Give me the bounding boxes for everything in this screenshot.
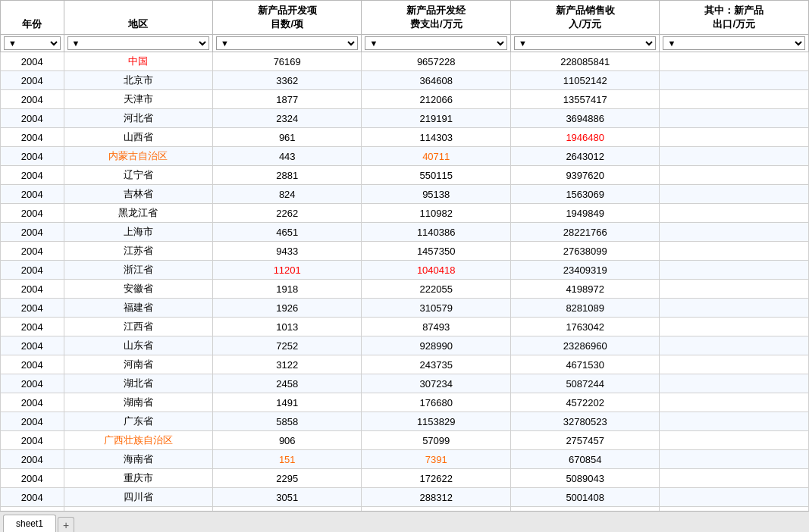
table-cell: 443	[212, 147, 361, 166]
table-cell: 中国	[64, 52, 212, 71]
c3-filter[interactable]: ▼	[212, 35, 361, 52]
data-table: 年份 地区 新产品开发项 目数/项 新产品开发经 费支出/万元 新产品销售收 入…	[0, 0, 809, 511]
table-cell: 7391	[362, 450, 510, 469]
table-cell: 2004	[1, 204, 64, 223]
table-cell: 2004	[1, 147, 64, 166]
table-cell: 110982	[362, 204, 510, 223]
table-cell: 1153829	[362, 412, 510, 431]
table-cell: 吉林省	[64, 185, 212, 204]
table-cell: 3362	[212, 71, 361, 90]
table-row: 2004海南省1517391670854	[1, 450, 809, 469]
table-cell: 961	[212, 128, 361, 147]
table-cell: 1491	[212, 393, 361, 412]
c5-filter[interactable]: ▼	[510, 35, 659, 52]
col-region-header: 地区	[64, 1, 212, 35]
table-cell: 2004	[1, 318, 64, 336]
add-sheet-button[interactable]: +	[58, 517, 74, 532]
table-cell: 2295	[212, 469, 361, 488]
year-filter[interactable]: ▼	[1, 35, 64, 52]
table-cell	[660, 469, 809, 488]
table-row: 2004天津市187721206613557417	[1, 90, 809, 109]
table-row: 2004河北省23242191913694886	[1, 109, 809, 128]
table-cell: 1763042	[510, 318, 659, 336]
table-cell: 11052142	[510, 71, 659, 90]
c5-filter-select[interactable]: ▼	[514, 36, 656, 50]
table-cell: 2004	[1, 166, 64, 185]
table-cell: 114303	[362, 128, 510, 147]
table-cell: 2004	[1, 393, 64, 412]
table-cell: 广东省	[64, 412, 212, 431]
table-cell: 1949849	[510, 204, 659, 223]
region-filter[interactable]: ▼	[64, 35, 212, 52]
col-year-header: 年份	[1, 1, 64, 35]
table-cell	[660, 166, 809, 185]
table-cell: 湖北省	[64, 374, 212, 393]
year-filter-select[interactable]: ▼	[4, 36, 61, 50]
table-cell: 2004	[1, 336, 64, 355]
table-cell: 2004	[1, 280, 64, 299]
table-cell: 2004	[1, 469, 64, 488]
table-cell: 2004	[1, 450, 64, 469]
sheet1-tab[interactable]: sheet1	[3, 515, 56, 532]
table-cell: 4572202	[510, 393, 659, 412]
table-cell: 219191	[362, 109, 510, 128]
table-cell: 2458	[212, 374, 361, 393]
table-cell: 河北省	[64, 109, 212, 128]
table-cell: 76169	[212, 52, 361, 71]
table-cell: 1457350	[362, 242, 510, 261]
table-row: 2004河南省31222437354671530	[1, 355, 809, 374]
table-cell: 1926	[212, 299, 361, 318]
table-cell: 906	[212, 431, 361, 450]
table-cell: 222055	[362, 280, 510, 299]
table-row: 2004上海市4651114038628221766	[1, 223, 809, 242]
table-cell: 2757457	[510, 431, 659, 450]
table-row: 2004四川省30512883125001408	[1, 488, 809, 507]
table-cell: 2004	[1, 109, 64, 128]
table-cell	[660, 412, 809, 431]
region-filter-select[interactable]: ▼	[67, 36, 209, 50]
table-cell: 4671530	[510, 355, 659, 374]
table-cell: 内蒙古自治区	[64, 147, 212, 166]
c6-filter[interactable]: ▼	[660, 35, 809, 52]
table-cell: 北京市	[64, 71, 212, 90]
table-cell: 江西省	[64, 318, 212, 336]
table-cell: 8281089	[510, 299, 659, 318]
table-cell	[660, 90, 809, 109]
table-cell: 9397620	[510, 166, 659, 185]
c4-filter[interactable]: ▼	[362, 35, 510, 52]
table-cell: 山东省	[64, 336, 212, 355]
table-cell: 黑龙江省	[64, 204, 212, 223]
table-row: 2004黑龙江省22621109821949849	[1, 204, 809, 223]
table-cell: 福建省	[64, 299, 212, 318]
table-row: 2004山东省725292899023286960	[1, 336, 809, 355]
table-row: 2004福建省19263105798281089	[1, 299, 809, 318]
table-row: 2004广东省5858115382932780523	[1, 412, 809, 431]
table-cell: 23286960	[510, 336, 659, 355]
header-row: 年份 地区 新产品开发项 目数/项 新产品开发经 费支出/万元 新产品销售收 入…	[1, 1, 809, 35]
c4-filter-select[interactable]: ▼	[365, 36, 506, 50]
table-cell: 28221766	[510, 223, 659, 242]
table-cell	[660, 128, 809, 147]
table-cell: 9657228	[362, 52, 510, 71]
table-cell: 浙江省	[64, 261, 212, 280]
table-cell: 2004	[1, 355, 64, 374]
table-cell: 1918	[212, 280, 361, 299]
table-cell: 243735	[362, 355, 510, 374]
table-cell: 河南省	[64, 355, 212, 374]
table-row: 2004重庆市22951726225089043	[1, 469, 809, 488]
table-cell: 57099	[362, 431, 510, 450]
table-wrapper: 年份 地区 新产品开发项 目数/项 新产品开发经 费支出/万元 新产品销售收 入…	[0, 0, 809, 511]
table-cell: 1877	[212, 90, 361, 109]
c3-filter-select[interactable]: ▼	[216, 36, 358, 50]
table-cell	[660, 204, 809, 223]
table-cell	[660, 355, 809, 374]
table-row: 2004中国761699657228228085841	[1, 52, 809, 71]
table-cell	[660, 374, 809, 393]
table-cell: 辽宁省	[64, 166, 212, 185]
table-cell: 1040418	[362, 261, 510, 280]
c6-filter-select[interactable]: ▼	[663, 36, 805, 50]
table-cell: 1013	[212, 318, 361, 336]
table-cell: 重庆市	[64, 469, 212, 488]
table-cell: 2004	[1, 299, 64, 318]
table-cell	[660, 393, 809, 412]
